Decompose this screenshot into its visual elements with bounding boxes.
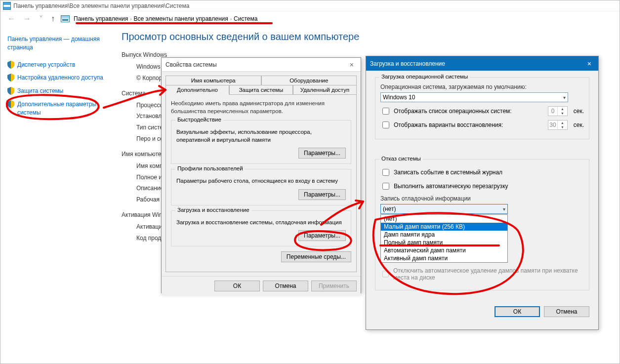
- recovery-seconds-spinner[interactable]: 30▲▼: [548, 120, 568, 130]
- performance-group: Быстродействие Визуальные эффекты, испол…: [171, 120, 351, 164]
- user-profiles-group: Профили пользователей Параметры рабочего…: [171, 169, 351, 205]
- shield-icon: [7, 61, 14, 69]
- startup-recovery-group: Загрузка и восстановление Загрузка и вос…: [171, 210, 351, 247]
- startup-recovery-dialog: Загрузка и восстановление × Загрузка опе…: [366, 56, 599, 330]
- performance-settings-button[interactable]: Параметры...: [298, 148, 346, 159]
- default-os-value: Windows 10: [383, 94, 415, 101]
- dump-option[interactable]: Автоматический дамп памяти: [381, 246, 507, 254]
- group-title: Загрузка операционной системы: [379, 74, 470, 80]
- dialog-buttons: ОК Отмена: [366, 301, 598, 322]
- dump-option[interactable]: Дамп памяти ядра: [381, 231, 507, 239]
- dialog-titlebar: Загрузка и восстановление ×: [366, 56, 598, 71]
- os-list-seconds-spinner[interactable]: 0▲▼: [548, 106, 568, 116]
- system-failure-group: Отказ системы Записать событие в системн…: [375, 159, 589, 290]
- env-vars-button[interactable]: Переменные среды...: [281, 251, 351, 262]
- breadcrumb-part[interactable]: Все элементы панели управления: [134, 15, 228, 22]
- default-os-select[interactable]: Windows 10 ▾: [380, 92, 568, 102]
- sidebar-item-label[interactable]: Дополнительные параметры системы: [17, 100, 105, 117]
- system-startup-group: Загрузка операционной системы Операционн…: [375, 77, 589, 139]
- tab-computer-name[interactable]: Имя компьютера: [165, 76, 261, 85]
- cancel-button[interactable]: Отмена: [544, 306, 589, 317]
- chevron-down-icon: ▾: [563, 95, 566, 100]
- auto-restart-label: Выполнить автоматическую перезагрузку: [394, 183, 508, 190]
- dump-option[interactable]: (нет): [381, 215, 507, 223]
- write-log-label: Записать событие в системный журнал: [394, 169, 502, 176]
- chevron-right-icon: ›: [230, 16, 232, 22]
- sidebar-item-label[interactable]: Защита системы: [17, 87, 63, 95]
- cancel-button[interactable]: Отмена: [263, 281, 308, 291]
- seconds-unit: сек.: [574, 108, 584, 115]
- sidebar-item-device-manager[interactable]: Диспетчер устройств: [7, 61, 105, 69]
- disable-auto-delete-checkbox: [382, 271, 389, 278]
- sidebar-item-system-protection[interactable]: Защита системы: [7, 87, 105, 95]
- group-title: Загрузка и восстановление: [175, 207, 251, 213]
- auto-restart-checkbox[interactable]: [382, 183, 389, 190]
- dump-option[interactable]: Полный дамп памяти: [381, 239, 507, 246]
- disable-auto-delete-label: Отключить автоматическое удаление дампов…: [393, 267, 584, 281]
- window-title: Панель управления\Все элементы панели уп…: [13, 2, 189, 9]
- dialog-buttons: ОК Отмена Применить: [162, 276, 361, 295]
- group-title: Отказ системы: [379, 156, 423, 162]
- breadcrumb-part[interactable]: Панель управления: [74, 15, 128, 22]
- write-log-checkbox[interactable]: [382, 169, 389, 176]
- dump-type-value: (нет): [383, 205, 396, 212]
- sidebar-item-remote-settings[interactable]: Настройка удаленного доступа: [7, 74, 105, 82]
- dump-option[interactable]: Малый дамп памяти (256 КВ): [381, 223, 507, 231]
- dump-option[interactable]: Активный дамп памяти: [381, 254, 507, 262]
- apply-button[interactable]: Применить: [311, 281, 357, 291]
- close-button[interactable]: ×: [347, 61, 357, 69]
- dump-type-dropdown[interactable]: (нет) Малый дамп памяти (256 КВ) Дамп па…: [380, 214, 508, 263]
- startup-recovery-settings-button[interactable]: Параметры...: [298, 230, 346, 241]
- user-profiles-settings-button[interactable]: Параметры...: [298, 189, 346, 200]
- monitor-icon: [61, 15, 70, 22]
- control-panel-home-link[interactable]: Панель управления — домашняя страница: [7, 35, 105, 52]
- show-recovery-checkbox[interactable]: [382, 121, 389, 128]
- recent-dropdown[interactable]: ˅: [37, 14, 45, 24]
- sidebar-item-label[interactable]: Диспетчер устройств: [17, 61, 75, 69]
- window-titlebar: Панель управления\Все элементы панели уп…: [0, 0, 620, 11]
- group-desc: Загрузка и восстановление системы, отлад…: [176, 219, 346, 227]
- tab-hardware[interactable]: Оборудование: [261, 76, 357, 85]
- group-desc: Параметры рабочего стола, относящиеся ко…: [176, 177, 346, 185]
- dialog-title: Свойства системы: [165, 61, 217, 68]
- show-os-list-checkbox[interactable]: [382, 108, 389, 115]
- group-title: Профили пользователей: [175, 165, 245, 171]
- sidebar-item-advanced-system-settings[interactable]: Дополнительные параметры системы: [7, 100, 105, 117]
- breadcrumb-part[interactable]: Система: [234, 15, 257, 22]
- tab-strip: Имя компьютера Оборудование Дополнительн…: [165, 76, 357, 94]
- chevron-down-icon: ▾: [503, 206, 505, 212]
- tab-advanced[interactable]: Дополнительно: [165, 85, 229, 95]
- dialog-title: Загрузка и восстановление: [370, 60, 445, 67]
- tab-page-advanced: Необходимо иметь права администратора дл…: [165, 94, 357, 272]
- back-button[interactable]: ←: [5, 14, 17, 23]
- admin-note: Необходимо иметь права администратора дл…: [171, 100, 351, 115]
- system-properties-dialog: Свойства системы × Имя компьютера Оборуд…: [161, 57, 361, 293]
- page-heading: Просмотр основных сведений о вашем компь…: [122, 31, 610, 42]
- chevron-right-icon: ›: [130, 16, 131, 22]
- show-os-list-label: Отображать список операционных систем:: [394, 108, 512, 115]
- shield-icon: [7, 87, 14, 95]
- dump-type-select[interactable]: (нет) ▾: [380, 204, 508, 214]
- breadcrumb[interactable]: Панель управления › Все элементы панели …: [74, 15, 257, 22]
- tab-system-protection[interactable]: Защита системы: [229, 85, 293, 94]
- shield-icon: [7, 100, 14, 108]
- system-icon: [3, 2, 11, 10]
- forward-button[interactable]: →: [21, 14, 33, 23]
- group-title: Быстродействие: [175, 117, 223, 122]
- tab-remote[interactable]: Удаленный доступ: [293, 85, 357, 94]
- up-button[interactable]: ↑: [49, 14, 57, 23]
- ok-button[interactable]: ОК: [214, 281, 260, 291]
- sidebar-item-label[interactable]: Настройка удаленного доступа: [17, 74, 103, 82]
- seconds-unit: сек.: [574, 121, 584, 128]
- show-recovery-label: Отображать варианты восстановления:: [394, 121, 503, 128]
- ok-button[interactable]: ОК: [495, 306, 540, 317]
- group-desc: Визуальные эффекты, использование процес…: [176, 128, 346, 144]
- address-bar: ← → ˅ ↑ Панель управления › Все элементы…: [0, 11, 620, 26]
- shield-icon: [7, 74, 14, 81]
- sidebar: Панель управления — домашняя страница Ди…: [0, 26, 112, 364]
- default-os-label: Операционная система, загружаемая по умо…: [380, 83, 584, 90]
- close-button[interactable]: ×: [584, 60, 594, 68]
- dump-info-label: Запись отладочной информации: [380, 195, 584, 202]
- dialog-titlebar: Свойства системы ×: [162, 58, 361, 72]
